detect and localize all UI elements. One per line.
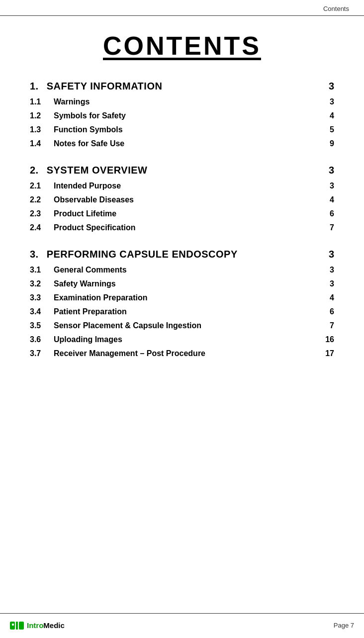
subsection-1-2: 1.2 Symbols for Safety 4 (30, 109, 334, 123)
subsection-2-1-page: 3 (330, 182, 334, 190)
subsection-3-7-number: 3.7 (30, 349, 46, 358)
subsection-3-3: 3.3 Examination Preparation 4 (30, 291, 334, 305)
subsection-2-3-label: Product Lifetime (54, 209, 116, 218)
section-2-number: 2. (30, 165, 39, 176)
subsection-1-3-number: 1.3 (30, 125, 46, 134)
subsection-3-7-page: 17 (325, 349, 334, 358)
subsection-2-4-page: 7 (330, 223, 334, 232)
subsection-3-5: 3.5 Sensor Placement & Capsule Ingestion… (30, 319, 334, 333)
subsection-2-4-label: Product Specification (54, 223, 135, 232)
footer-page-number: Page 7 (334, 622, 354, 629)
section-2-header: 2. SYSTEM OVERVIEW 3 (30, 165, 334, 176)
subsection-1-1-number: 1.1 (30, 97, 46, 106)
subsection-3-4: 3.4 Patient Preparation 6 (30, 305, 334, 319)
contents-title: CONTENTS (30, 31, 334, 61)
section-3-number: 3. (30, 249, 39, 260)
svg-rect-3 (12, 624, 14, 626)
subsection-3-5-page: 7 (330, 321, 334, 330)
section-3-title: PERFORMING CAPSULE ENDOSCOPY (47, 249, 238, 260)
subsection-3-4-number: 3.4 (30, 307, 46, 316)
section-group-1: 1. SAFETY INFORMATION 3 1.1 Warnings 3 1… (30, 81, 334, 151)
subsection-1-1: 1.1 Warnings 3 (30, 95, 334, 109)
svg-rect-1 (16, 622, 18, 630)
subsection-2-4-number: 2.4 (30, 223, 46, 232)
subsection-2-1-label: Intended Purpose (54, 182, 121, 190)
header-title: Contents (323, 5, 349, 12)
subsection-2-2-number: 2.2 (30, 195, 46, 204)
section-1-page: 3 (329, 81, 334, 92)
subsection-2-4: 2.4 Product Specification 7 (30, 221, 334, 235)
page-header: Contents (0, 0, 364, 16)
subsection-3-6-label: Uploading Images (54, 335, 122, 344)
subsection-2-2-page: 4 (330, 195, 334, 204)
subsection-3-3-label: Examination Preparation (54, 293, 148, 302)
section-group-3: 3. PERFORMING CAPSULE ENDOSCOPY 3 3.1 Ge… (30, 249, 334, 361)
subsection-3-4-label: Patient Preparation (54, 307, 127, 316)
section-3-header: 3. PERFORMING CAPSULE ENDOSCOPY 3 (30, 249, 334, 260)
section-2-title: SYSTEM OVERVIEW (47, 165, 148, 176)
subsection-3-5-label: Sensor Placement & Capsule Ingestion (54, 321, 201, 330)
subsection-3-4-page: 6 (330, 307, 334, 316)
subsection-3-2-label: Safety Warnings (54, 279, 116, 288)
logo-intro: Intro (27, 621, 43, 630)
page-footer: IntroMedic Page 7 (0, 613, 364, 638)
subsection-2-2-label: Observable Diseases (54, 195, 134, 204)
section-3-page: 3 (329, 249, 334, 260)
subsection-1-2-page: 4 (330, 111, 334, 120)
subsection-3-7-label: Receiver Management – Post Procedure (54, 349, 205, 358)
subsection-1-4-page: 9 (330, 139, 334, 148)
subsection-2-1-number: 2.1 (30, 182, 46, 190)
logo-medic: Medic (43, 621, 65, 630)
subsection-3-1-label: General Comments (54, 266, 127, 274)
subsection-2-1: 2.1 Intended Purpose 3 (30, 179, 334, 193)
subsection-3-6-page: 16 (325, 335, 334, 344)
subsection-1-1-label: Warnings (54, 97, 90, 106)
subsection-3-2-page: 3 (330, 279, 334, 288)
subsection-3-1-number: 3.1 (30, 266, 46, 274)
footer-logo-text: IntroMedic (27, 621, 65, 630)
section-1-title: SAFETY INFORMATION (47, 81, 163, 92)
subsection-1-4: 1.4 Notes for Safe Use 9 (30, 137, 334, 151)
subsection-3-3-number: 3.3 (30, 293, 46, 302)
subsection-3-7: 3.7 Receiver Management – Post Procedure… (30, 347, 334, 361)
section-2-page: 3 (329, 165, 334, 176)
section-1-number: 1. (30, 81, 39, 92)
svg-rect-2 (19, 622, 24, 630)
subsection-1-4-number: 1.4 (30, 139, 46, 148)
subsection-1-1-page: 3 (330, 97, 334, 106)
subsection-3-6-number: 3.6 (30, 335, 46, 344)
footer-logo: IntroMedic (10, 619, 65, 633)
section-1-header: 1. SAFETY INFORMATION 3 (30, 81, 334, 92)
subsection-2-2: 2.2 Observable Diseases 4 (30, 193, 334, 207)
section-group-2: 2. SYSTEM OVERVIEW 3 2.1 Intended Purpos… (30, 165, 334, 235)
subsection-1-4-label: Notes for Safe Use (54, 139, 124, 148)
subsection-1-3: 1.3 Function Symbols 5 (30, 123, 334, 137)
subsection-3-3-page: 4 (330, 293, 334, 302)
subsection-2-3: 2.3 Product Lifetime 6 (30, 207, 334, 221)
subsection-3-6: 3.6 Uploading Images 16 (30, 333, 334, 347)
main-content: CONTENTS 1. SAFETY INFORMATION 3 1.1 War… (0, 16, 364, 410)
subsection-1-2-number: 1.2 (30, 111, 46, 120)
subsection-1-2-label: Symbols for Safety (54, 111, 126, 120)
subsection-2-3-number: 2.3 (30, 209, 46, 218)
subsection-2-3-page: 6 (330, 209, 334, 218)
subsection-3-1: 3.1 General Comments 3 (30, 263, 334, 277)
subsection-3-2: 3.2 Safety Warnings 3 (30, 277, 334, 291)
subsection-1-3-page: 5 (330, 125, 334, 134)
subsection-3-5-number: 3.5 (30, 321, 46, 330)
subsection-3-2-number: 3.2 (30, 279, 46, 288)
subsection-3-1-page: 3 (330, 266, 334, 274)
subsection-1-3-label: Function Symbols (54, 125, 123, 134)
intromedic-logo-icon (10, 619, 24, 633)
